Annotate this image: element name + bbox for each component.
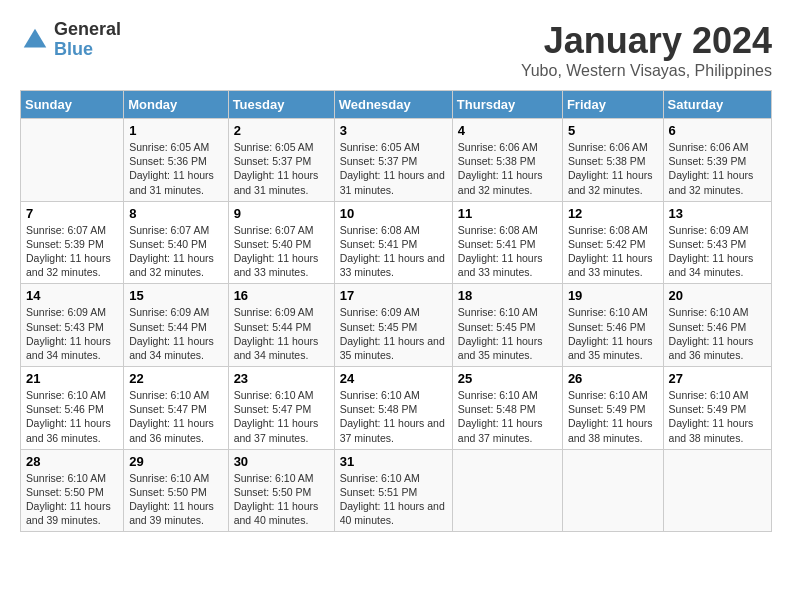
calendar-cell: 24Sunrise: 6:10 AMSunset: 5:48 PMDayligh… xyxy=(334,367,452,450)
calendar-cell: 14Sunrise: 6:09 AMSunset: 5:43 PMDayligh… xyxy=(21,284,124,367)
day-number: 29 xyxy=(129,454,222,469)
day-info: Sunrise: 6:10 AMSunset: 5:49 PMDaylight:… xyxy=(669,388,766,445)
location-title: Yubo, Western Visayas, Philippines xyxy=(521,62,772,80)
calendar-cell: 13Sunrise: 6:09 AMSunset: 5:43 PMDayligh… xyxy=(663,201,771,284)
calendar-cell xyxy=(21,119,124,202)
day-header-wednesday: Wednesday xyxy=(334,91,452,119)
calendar-cell: 10Sunrise: 6:08 AMSunset: 5:41 PMDayligh… xyxy=(334,201,452,284)
day-number: 6 xyxy=(669,123,766,138)
week-row-1: 1Sunrise: 6:05 AMSunset: 5:36 PMDaylight… xyxy=(21,119,772,202)
calendar-cell: 11Sunrise: 6:08 AMSunset: 5:41 PMDayligh… xyxy=(452,201,562,284)
day-info: Sunrise: 6:10 AMSunset: 5:46 PMDaylight:… xyxy=(26,388,118,445)
week-row-5: 28Sunrise: 6:10 AMSunset: 5:50 PMDayligh… xyxy=(21,449,772,532)
day-number: 31 xyxy=(340,454,447,469)
day-info: Sunrise: 6:05 AMSunset: 5:36 PMDaylight:… xyxy=(129,140,222,197)
day-number: 27 xyxy=(669,371,766,386)
day-info: Sunrise: 6:06 AMSunset: 5:38 PMDaylight:… xyxy=(568,140,658,197)
week-row-4: 21Sunrise: 6:10 AMSunset: 5:46 PMDayligh… xyxy=(21,367,772,450)
calendar-cell: 19Sunrise: 6:10 AMSunset: 5:46 PMDayligh… xyxy=(562,284,663,367)
calendar-cell: 16Sunrise: 6:09 AMSunset: 5:44 PMDayligh… xyxy=(228,284,334,367)
logo-blue: Blue xyxy=(54,40,121,60)
calendar-cell: 26Sunrise: 6:10 AMSunset: 5:49 PMDayligh… xyxy=(562,367,663,450)
day-info: Sunrise: 6:10 AMSunset: 5:50 PMDaylight:… xyxy=(129,471,222,528)
day-number: 21 xyxy=(26,371,118,386)
day-info: Sunrise: 6:06 AMSunset: 5:39 PMDaylight:… xyxy=(669,140,766,197)
calendar-table: SundayMondayTuesdayWednesdayThursdayFrid… xyxy=(20,90,772,532)
day-number: 19 xyxy=(568,288,658,303)
day-number: 15 xyxy=(129,288,222,303)
calendar-cell: 1Sunrise: 6:05 AMSunset: 5:36 PMDaylight… xyxy=(124,119,228,202)
day-number: 14 xyxy=(26,288,118,303)
day-number: 5 xyxy=(568,123,658,138)
calendar-cell: 15Sunrise: 6:09 AMSunset: 5:44 PMDayligh… xyxy=(124,284,228,367)
day-info: Sunrise: 6:10 AMSunset: 5:45 PMDaylight:… xyxy=(458,305,557,362)
day-info: Sunrise: 6:09 AMSunset: 5:43 PMDaylight:… xyxy=(669,223,766,280)
day-number: 26 xyxy=(568,371,658,386)
day-info: Sunrise: 6:10 AMSunset: 5:47 PMDaylight:… xyxy=(129,388,222,445)
week-row-2: 7Sunrise: 6:07 AMSunset: 5:39 PMDaylight… xyxy=(21,201,772,284)
calendar-cell: 23Sunrise: 6:10 AMSunset: 5:47 PMDayligh… xyxy=(228,367,334,450)
day-number: 24 xyxy=(340,371,447,386)
calendar-cell xyxy=(663,449,771,532)
day-info: Sunrise: 6:09 AMSunset: 5:44 PMDaylight:… xyxy=(129,305,222,362)
calendar-cell: 12Sunrise: 6:08 AMSunset: 5:42 PMDayligh… xyxy=(562,201,663,284)
calendar-cell: 2Sunrise: 6:05 AMSunset: 5:37 PMDaylight… xyxy=(228,119,334,202)
day-info: Sunrise: 6:07 AMSunset: 5:40 PMDaylight:… xyxy=(234,223,329,280)
day-number: 12 xyxy=(568,206,658,221)
day-number: 17 xyxy=(340,288,447,303)
calendar-cell: 6Sunrise: 6:06 AMSunset: 5:39 PMDaylight… xyxy=(663,119,771,202)
day-info: Sunrise: 6:10 AMSunset: 5:51 PMDaylight:… xyxy=(340,471,447,528)
day-number: 4 xyxy=(458,123,557,138)
day-info: Sunrise: 6:05 AMSunset: 5:37 PMDaylight:… xyxy=(234,140,329,197)
day-number: 18 xyxy=(458,288,557,303)
day-info: Sunrise: 6:10 AMSunset: 5:46 PMDaylight:… xyxy=(568,305,658,362)
day-info: Sunrise: 6:10 AMSunset: 5:48 PMDaylight:… xyxy=(340,388,447,445)
week-row-3: 14Sunrise: 6:09 AMSunset: 5:43 PMDayligh… xyxy=(21,284,772,367)
calendar-cell: 7Sunrise: 6:07 AMSunset: 5:39 PMDaylight… xyxy=(21,201,124,284)
day-number: 2 xyxy=(234,123,329,138)
day-header-monday: Monday xyxy=(124,91,228,119)
day-info: Sunrise: 6:10 AMSunset: 5:50 PMDaylight:… xyxy=(26,471,118,528)
day-info: Sunrise: 6:08 AMSunset: 5:41 PMDaylight:… xyxy=(458,223,557,280)
day-info: Sunrise: 6:06 AMSunset: 5:38 PMDaylight:… xyxy=(458,140,557,197)
day-info: Sunrise: 6:09 AMSunset: 5:45 PMDaylight:… xyxy=(340,305,447,362)
day-header-saturday: Saturday xyxy=(663,91,771,119)
day-number: 10 xyxy=(340,206,447,221)
day-info: Sunrise: 6:09 AMSunset: 5:43 PMDaylight:… xyxy=(26,305,118,362)
day-info: Sunrise: 6:10 AMSunset: 5:46 PMDaylight:… xyxy=(669,305,766,362)
day-number: 25 xyxy=(458,371,557,386)
day-number: 7 xyxy=(26,206,118,221)
day-header-tuesday: Tuesday xyxy=(228,91,334,119)
day-number: 1 xyxy=(129,123,222,138)
day-info: Sunrise: 6:07 AMSunset: 5:39 PMDaylight:… xyxy=(26,223,118,280)
day-info: Sunrise: 6:09 AMSunset: 5:44 PMDaylight:… xyxy=(234,305,329,362)
logo-text: General Blue xyxy=(54,20,121,60)
calendar-cell: 3Sunrise: 6:05 AMSunset: 5:37 PMDaylight… xyxy=(334,119,452,202)
day-number: 13 xyxy=(669,206,766,221)
calendar-cell: 28Sunrise: 6:10 AMSunset: 5:50 PMDayligh… xyxy=(21,449,124,532)
day-header-thursday: Thursday xyxy=(452,91,562,119)
calendar-cell: 4Sunrise: 6:06 AMSunset: 5:38 PMDaylight… xyxy=(452,119,562,202)
day-number: 22 xyxy=(129,371,222,386)
day-info: Sunrise: 6:10 AMSunset: 5:49 PMDaylight:… xyxy=(568,388,658,445)
calendar-cell: 25Sunrise: 6:10 AMSunset: 5:48 PMDayligh… xyxy=(452,367,562,450)
day-info: Sunrise: 6:08 AMSunset: 5:42 PMDaylight:… xyxy=(568,223,658,280)
calendar-cell: 27Sunrise: 6:10 AMSunset: 5:49 PMDayligh… xyxy=(663,367,771,450)
day-number: 8 xyxy=(129,206,222,221)
day-header-friday: Friday xyxy=(562,91,663,119)
calendar-cell: 5Sunrise: 6:06 AMSunset: 5:38 PMDaylight… xyxy=(562,119,663,202)
day-number: 16 xyxy=(234,288,329,303)
calendar-cell: 31Sunrise: 6:10 AMSunset: 5:51 PMDayligh… xyxy=(334,449,452,532)
calendar-cell: 29Sunrise: 6:10 AMSunset: 5:50 PMDayligh… xyxy=(124,449,228,532)
svg-marker-0 xyxy=(24,29,47,48)
header-row: SundayMondayTuesdayWednesdayThursdayFrid… xyxy=(21,91,772,119)
calendar-cell: 22Sunrise: 6:10 AMSunset: 5:47 PMDayligh… xyxy=(124,367,228,450)
day-number: 28 xyxy=(26,454,118,469)
calendar-cell: 18Sunrise: 6:10 AMSunset: 5:45 PMDayligh… xyxy=(452,284,562,367)
day-info: Sunrise: 6:10 AMSunset: 5:47 PMDaylight:… xyxy=(234,388,329,445)
calendar-cell: 8Sunrise: 6:07 AMSunset: 5:40 PMDaylight… xyxy=(124,201,228,284)
day-number: 23 xyxy=(234,371,329,386)
page-header: General Blue January 2024 Yubo, Western … xyxy=(20,20,772,80)
calendar-cell: 17Sunrise: 6:09 AMSunset: 5:45 PMDayligh… xyxy=(334,284,452,367)
day-info: Sunrise: 6:10 AMSunset: 5:48 PMDaylight:… xyxy=(458,388,557,445)
